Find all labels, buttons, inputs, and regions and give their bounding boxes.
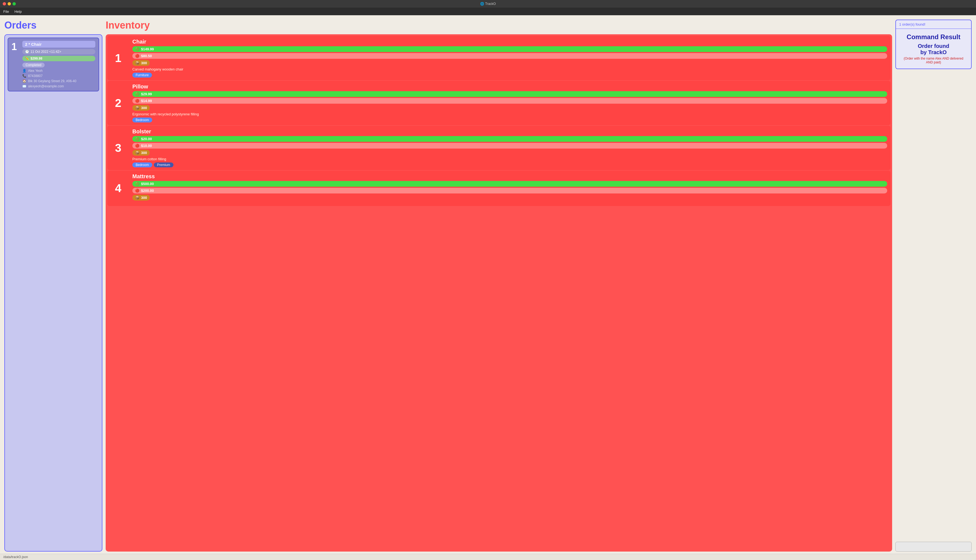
inventory-column: Inventory 1 Chair 🟢 $149.99 [106,20,892,552]
command-result-main: Order foundby TrackO [896,43,971,55]
main-content: Orders 1 2 * Chair 🕐 11 Oct 2022 <11:42>… [0,15,976,552]
item-details: Bolster 🟢 $20.00 🔴 $10.00 [129,126,891,170]
house-icon: 🏠 [22,79,27,83]
order-customer: 👤 Alex Yeoh [22,69,95,73]
item-number-col: 3 [107,126,129,170]
stock-bar: 📦 300 [132,105,150,111]
item-details: Mattress 🟢 $500.00 🔴 $200.00 [129,171,891,206]
box-icon: 📦 [135,106,139,110]
down-arrow-icon: 🔴 [135,144,139,148]
price-bars: 🟢 $149.99 🔴 $80.50 [132,46,887,59]
order-date: 🕐 11 Oct 2022 <11:42> [22,49,95,54]
item-number: 3 [115,142,121,155]
sell-price-bar: 🟢 $500.00 [132,181,887,187]
order-email: ✉️ alexyeoh@example.com [22,84,95,88]
item-tag: Bedroom [132,118,152,122]
down-arrow-icon: 🔴 [135,188,139,193]
item-number-col: 2 [107,81,129,125]
title-bar: 🌐 TrackO [0,0,976,8]
app-body: Orders 1 2 * Chair 🕐 11 Oct 2022 <11:42>… [0,15,976,560]
window-title: 🌐 TrackO [480,2,496,6]
tags-row: Bedroom Premium [132,162,887,167]
order-details: 2 * Chair 🕐 11 Oct 2022 <11:42> ✏️ $299.… [22,41,95,88]
item-tag: Furniture [132,73,152,78]
orders-section-title: Orders [4,20,102,31]
tags-row: Furniture [132,73,887,78]
item-description: Ergonomic with recycled polystyrene fill… [132,112,887,116]
traffic-lights [3,2,16,5]
item-name: Chair [132,38,887,45]
maximize-button[interactable] [13,2,16,5]
command-result-box: 1 order(s) found! Command Result Order f… [896,20,972,69]
command-column: 1 order(s) found! Command Result Order f… [896,20,972,552]
item-description: Premium cotton filling [132,157,887,161]
order-price: ✏️ $299.98 [22,56,95,61]
order-card[interactable]: 1 2 * Chair 🕐 11 Oct 2022 <11:42> ✏️ $29… [8,38,99,92]
item-number-col: 1 [107,36,129,80]
command-result-header: 1 order(s) found! [896,20,971,28]
inventory-item[interactable]: 3 Bolster 🟢 $20.00 🔴 $10.00 [107,126,891,170]
order-phone: 📞 87438807 [22,74,95,78]
inventory-section-title: Inventory [106,20,892,31]
item-number: 1 [115,52,121,65]
stock-bar: 📦 300 [132,60,150,66]
command-result-title: Command Result [896,29,971,43]
cost-price-bar: 🔴 $80.50 [132,53,887,59]
item-description: Carved mahogany wooden chair [132,67,887,71]
stock-bar: 📦 300 [132,150,150,156]
orders-list: 1 2 * Chair 🕐 11 Oct 2022 <11:42> ✏️ $29… [4,34,102,552]
item-name: Pillow [132,83,887,90]
menu-bar: File Help [0,8,976,15]
inventory-item[interactable]: 1 Chair 🟢 $149.99 🔴 $80.50 [107,36,891,80]
box-icon: 📦 [135,61,139,65]
inventory-item[interactable]: 4 Mattress 🟢 $500.00 🔴 $200.00 [107,171,891,206]
price-bars: 🟢 $20.00 🔴 $10.00 [132,136,887,148]
up-arrow-icon: 🟢 [135,92,139,96]
box-icon: 📦 [135,196,139,200]
item-tag-bedroom: Bedroom [132,162,152,167]
item-name: Bolster [132,128,887,135]
item-number-col: 4 [107,171,129,206]
menu-help[interactable]: Help [15,10,22,13]
command-result-sub: (Order with the name Alex AND delivered … [896,55,971,68]
tags-row: Bedroom [132,118,887,122]
item-number: 2 [115,97,121,110]
menu-file[interactable]: File [3,10,9,13]
item-details: Chair 🟢 $149.99 🔴 $80.50 [129,36,891,80]
order-number: 1 [12,41,20,52]
box-icon: 📦 [135,151,139,155]
up-arrow-icon: 🟢 [135,182,139,186]
item-tag-premium: Premium [154,162,174,167]
price-bars: 🟢 $500.00 🔴 $200.00 [132,181,887,193]
inventory-item[interactable]: 2 Pillow 🟢 $29.99 🔴 $14.99 [107,81,891,125]
pencil-icon: ✏️ [25,57,29,60]
status-path: /data/trackO.json [3,555,28,559]
minimize-button[interactable] [8,2,11,5]
order-status: Completed [22,63,45,67]
order-address: 🏠 Blk 30 Geylang Street 29, #06-40 [22,79,95,83]
status-bar: /data/trackO.json [0,554,976,560]
price-bars: 🟢 $29.99 🔴 $14.99 [132,91,887,104]
sell-price-bar: 🟢 $20.00 [132,136,887,142]
down-arrow-icon: 🔴 [135,99,139,103]
person-icon: 👤 [22,69,27,73]
up-arrow-icon: 🟢 [135,137,139,141]
order-name: 2 * Chair [22,41,95,48]
cost-price-bar: 🔴 $14.99 [132,98,887,104]
close-button[interactable] [3,2,6,5]
cost-price-bar: 🔴 $10.00 [132,143,887,148]
orders-column: Orders 1 2 * Chair 🕐 11 Oct 2022 <11:42>… [4,20,102,552]
up-arrow-icon: 🟢 [135,47,139,51]
command-input[interactable] [896,542,972,552]
item-number: 4 [115,182,121,195]
clock-icon: 🕐 [25,50,29,53]
down-arrow-icon: 🔴 [135,54,139,58]
stock-bar: 📦 300 [132,195,150,200]
sell-price-bar: 🟢 $149.99 [132,46,887,52]
inventory-list: 1 Chair 🟢 $149.99 🔴 $80.50 [106,34,892,552]
email-icon: ✉️ [22,84,27,88]
item-details: Pillow 🟢 $29.99 🔴 $14.99 [129,81,891,125]
cost-price-bar: 🔴 $200.00 [132,188,887,193]
sell-price-bar: 🟢 $29.99 [132,91,887,97]
phone-icon: 📞 [22,74,27,78]
